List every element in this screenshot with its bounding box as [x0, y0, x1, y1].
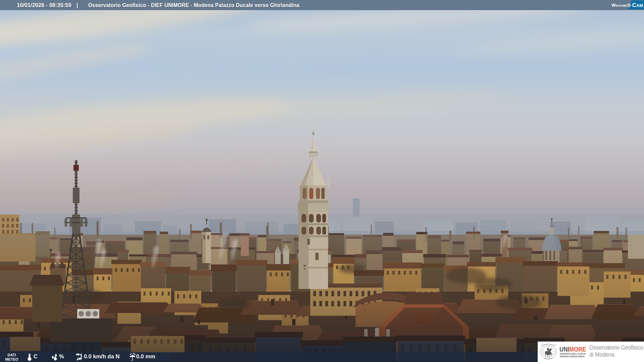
svg-text:VNIVERSITAS STVDIORVM: VNIVERSITAS STVDIORVM — [540, 344, 556, 346]
svg-text:MVTINENSIS: MVTINENSIS — [544, 357, 552, 359]
